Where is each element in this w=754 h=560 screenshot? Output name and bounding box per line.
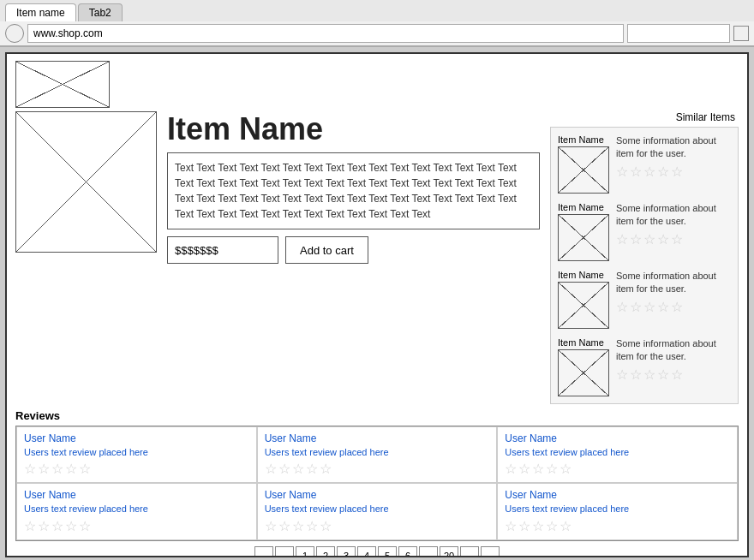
similar-item: Item Name Some information about item fo…: [558, 337, 731, 396]
similar-items-label: Similar Items: [550, 111, 739, 123]
search-input[interactable]: [627, 24, 730, 43]
review-cell: User Name Users text review placed here …: [16, 483, 257, 539]
address-input[interactable]: [27, 24, 624, 43]
similar-item-thumb: [558, 214, 609, 261]
browser-menu-icon[interactable]: [733, 26, 749, 41]
page-prev-button[interactable]: [275, 546, 294, 557]
item-description-text: Text Text Text Text Text Text Text Text …: [175, 162, 517, 220]
page-20-button[interactable]: 20: [440, 546, 458, 557]
review-username: User Name: [265, 432, 490, 444]
similar-items-box: Item Name Some information about item fo…: [550, 127, 739, 404]
page-3-button[interactable]: 3: [337, 546, 356, 557]
center-column: Item Name Text Text Text Text Text Text …: [167, 111, 540, 404]
review-cell: User Name Users text review placed here …: [257, 426, 498, 483]
item-title: Item Name: [167, 111, 540, 147]
similar-item-name: Item Name: [558, 270, 609, 280]
review-username: User Name: [24, 489, 249, 501]
review-username: User Name: [505, 432, 730, 444]
review-stars: ☆☆☆☆☆: [24, 518, 249, 534]
similar-item-name: Item Name: [558, 134, 609, 145]
review-text: Users text review placed here: [24, 446, 249, 458]
review-username: User Name: [505, 489, 730, 501]
review-text: Users text review placed here: [505, 446, 730, 458]
reviews-section: Reviews User Name Users text review plac…: [7, 404, 747, 557]
address-bar-row: [0, 21, 754, 46]
similar-item: Item Name Some information about item fo…: [558, 134, 731, 194]
top-thumbnail: [15, 61, 110, 108]
similar-item-left-col: Item Name: [558, 134, 609, 194]
top-images-row: [7, 54, 747, 111]
similar-item-thumb: [558, 349, 609, 396]
similar-item-info: Some information about item for the user…: [616, 134, 731, 161]
page-4-button[interactable]: 4: [357, 546, 376, 557]
review-username: User Name: [24, 432, 249, 444]
similar-item-thumb: [558, 282, 609, 329]
similar-item-stars: ☆☆☆☆☆: [616, 299, 731, 315]
purchase-row: Add to cart: [167, 236, 540, 264]
similar-item-info: Some information about item for the user…: [616, 270, 731, 296]
browser-chrome: Item name Tab2: [0, 0, 754, 47]
item-description-box: Text Text Text Text Text Text Text Text …: [167, 152, 540, 229]
similar-item: Item Name Some information about item fo…: [558, 270, 731, 329]
review-cell: User Name Users text review placed here …: [497, 426, 738, 483]
page-6-button[interactable]: 6: [398, 546, 417, 557]
page-next-button[interactable]: [460, 546, 479, 557]
page-2-button[interactable]: 2: [316, 546, 335, 557]
similar-item-right: Some information about item for the user…: [616, 337, 731, 396]
review-cell: User Name Users text review placed here …: [497, 483, 738, 539]
page-prev-prev-button[interactable]: [254, 546, 273, 557]
pagination: 1 2 3 4 5 6 ... 20: [15, 541, 739, 557]
similar-item-name: Item Name: [558, 337, 609, 348]
similar-item-info: Some information about item for the user…: [616, 202, 731, 229]
reviews-label: Reviews: [15, 409, 739, 422]
review-stars: ☆☆☆☆☆: [505, 461, 730, 477]
similar-item-info: Some information about item for the user…: [616, 337, 731, 364]
left-column: [15, 111, 157, 404]
review-text: Users text review placed here: [505, 503, 730, 515]
similar-item-right: Some information about item for the user…: [616, 270, 731, 329]
review-text: Users text review placed here: [265, 503, 490, 515]
similar-item-name: Item Name: [558, 202, 609, 212]
price-input[interactable]: [167, 236, 278, 264]
reviews-grid: User Name Users text review placed here …: [15, 426, 739, 541]
product-image-large: [15, 111, 157, 253]
review-text: Users text review placed here: [24, 503, 249, 515]
similar-item: Item Name Some information about item fo…: [558, 202, 731, 261]
page-1-button[interactable]: 1: [296, 546, 314, 557]
review-username: User Name: [265, 489, 490, 501]
similar-item-right: Some information about item for the user…: [616, 134, 731, 194]
similar-item-stars: ☆☆☆☆☆: [616, 366, 731, 383]
right-sidebar: Similar Items Item Name Some information…: [550, 111, 739, 404]
similar-item-left-col: Item Name: [558, 202, 609, 261]
similar-item-left-col: Item Name: [558, 270, 609, 329]
add-to-cart-button[interactable]: Add to cart: [285, 236, 368, 264]
page-5-button[interactable]: 5: [378, 546, 397, 557]
tab-bar: Item name Tab2: [0, 0, 754, 21]
similar-item-thumb: [558, 146, 609, 194]
browser-back-icon[interactable]: [5, 24, 24, 43]
review-stars: ☆☆☆☆☆: [505, 518, 730, 534]
tab-tab2[interactable]: Tab2: [78, 3, 123, 21]
page-outer: Item Name Text Text Text Text Text Text …: [5, 52, 749, 557]
review-text: Users text review placed here: [265, 446, 490, 458]
tab-item-name[interactable]: Item name: [5, 3, 76, 21]
review-cell: User Name Users text review placed here …: [257, 483, 498, 539]
review-stars: ☆☆☆☆☆: [265, 461, 490, 477]
similar-item-stars: ☆☆☆☆☆: [616, 231, 731, 247]
review-cell: User Name Users text review placed here …: [16, 426, 257, 483]
similar-item-stars: ☆☆☆☆☆: [616, 164, 731, 180]
page-ellipsis: ...: [419, 546, 438, 557]
similar-item-left-col: Item Name: [558, 337, 609, 396]
page-next-next-button[interactable]: [481, 546, 500, 557]
main-content-row: Item Name Text Text Text Text Text Text …: [7, 111, 747, 404]
review-stars: ☆☆☆☆☆: [265, 518, 490, 534]
similar-item-right: Some information about item for the user…: [616, 202, 731, 261]
review-stars: ☆☆☆☆☆: [24, 461, 249, 477]
